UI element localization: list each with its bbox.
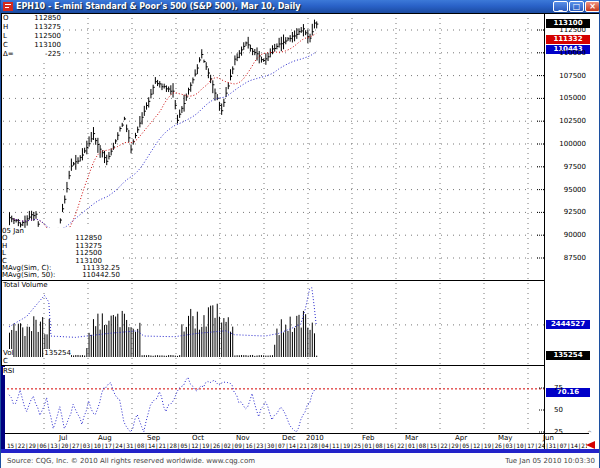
- vol-value: 135254: [44, 349, 71, 357]
- ma-fast-price-box: 111332: [546, 35, 590, 44]
- ohlc-c-label: C: [3, 41, 8, 50]
- price-tick-label: 100000: [552, 140, 586, 148]
- axis-month-label: Jul: [59, 434, 67, 442]
- net-change-value: -225: [45, 50, 61, 59]
- price-tick-label: 105000: [552, 94, 586, 102]
- price-tick-label: 97500: [552, 163, 586, 171]
- axis-month-label: Oct: [192, 434, 204, 442]
- chart-window: EPH10 - E-mini Standard & Poor's 500 (S&…: [0, 0, 600, 468]
- volume-pane-title: Total Volume: [3, 281, 50, 289]
- ohlc-o-value: 112850: [34, 14, 61, 23]
- axis-month-label: Mar: [405, 434, 418, 442]
- ohlc-l-value: 112500: [34, 32, 61, 41]
- ma-slow-value: 110442.50: [82, 272, 120, 279]
- price-tick-label: 90000: [552, 231, 586, 239]
- axis-month-label: Apr: [455, 434, 467, 442]
- price-tick-label: 112500: [552, 26, 586, 34]
- price-tick-label: 102500: [552, 117, 586, 125]
- rsi-pane-label: RSI: [3, 367, 16, 375]
- rsi-tick-label: 75: [554, 384, 574, 392]
- price-tick-label: 87500: [552, 254, 586, 262]
- axis-month-label: Dec: [282, 434, 296, 442]
- status-source: Source: CQG, Inc. © 2010 All rights rese…: [7, 457, 255, 465]
- status-clock: Tue Jan 05 2010 10:03:30: [505, 457, 595, 465]
- axis-month-label: 2010: [306, 434, 324, 442]
- axis-month-label: Sep: [147, 434, 160, 442]
- axis-month-label: Feb: [362, 434, 374, 442]
- volume-ma-box: 2444527: [546, 320, 590, 329]
- rsi-tick-label: 50: [554, 406, 574, 414]
- vol-label: Vol: [3, 349, 13, 357]
- price-tick-label: 92500: [552, 208, 586, 216]
- ohlc-h-label: H: [3, 23, 8, 32]
- volume-last-box: 135254: [546, 351, 590, 360]
- ohlc-readout: O112850 H113275 L112500 C113100 Δ=-225: [3, 14, 63, 59]
- axis-month-label: Nov: [236, 434, 250, 442]
- ohlc-l-label: L: [3, 32, 7, 41]
- price-tick-label: 110000: [552, 49, 586, 57]
- ohlc-o-label: O: [3, 14, 9, 23]
- axis-month-label: Aug: [98, 434, 112, 442]
- cursor-data-window: 05 Jan O112850 H113275 L112500 C113100 M…: [2, 228, 120, 280]
- ma-slow-label: MAvg(Sim, 50):: [2, 272, 55, 279]
- left-accent-strip: [1, 366, 5, 449]
- ohlc-c-value: 113100: [34, 41, 61, 50]
- close-series-label: C: [3, 357, 10, 365]
- net-change-label: Δ=: [3, 50, 14, 59]
- rsi-tick-label: 25: [554, 428, 574, 436]
- price-tick-label: 107500: [552, 72, 586, 80]
- scroll-up-icon[interactable]: ^: [587, 430, 592, 436]
- axis-month-label: May: [498, 434, 512, 442]
- axis-month-label: Jun: [543, 434, 554, 442]
- ohlc-h-value: 113275: [34, 23, 61, 32]
- price-tick-label: 95000: [552, 186, 586, 194]
- scroll-left-arrow-icon[interactable]: [586, 441, 595, 449]
- volume-readout: Vol 135254: [3, 349, 73, 357]
- status-bar: Source: CQG, Inc. © 2010 All rights rese…: [1, 453, 600, 468]
- week-days-row: 15|22|29|06|13|20|27|03|10|17|24|31|08|1…: [7, 442, 587, 449]
